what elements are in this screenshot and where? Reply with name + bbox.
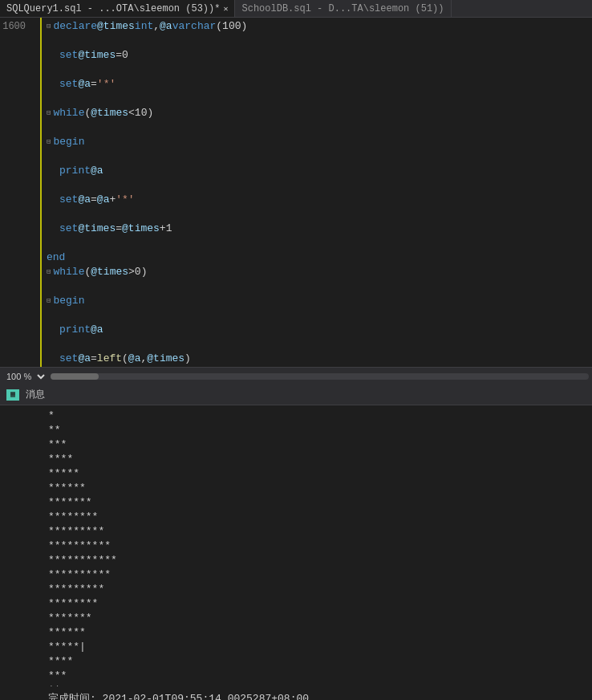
code-line-set-times-inc: set @times=@times+1 bbox=[47, 222, 592, 236]
code-content: ⊟ declare @times int,@a varchar(100) set… bbox=[40, 18, 592, 367]
result-line: ******** bbox=[48, 510, 592, 524]
editor-zoom-select[interactable]: 100 % bbox=[3, 368, 47, 385]
tab-schooldb[interactable]: SchoolDB.sql - D...TA\sleemon (51)) bbox=[235, 0, 451, 17]
fold-begin1[interactable]: ⊟ bbox=[47, 135, 51, 149]
result-line: ********* bbox=[48, 524, 592, 539]
tab-sqlquery1-label: SQLQuery1.sql - ...OTA\sleemon (53))* bbox=[6, 3, 220, 14]
results-tab-label: 消息 bbox=[26, 388, 45, 401]
code-line-while1: ⊟ while (@times<10) bbox=[47, 106, 592, 120]
tab-bar: SQLQuery1.sql - ...OTA\sleemon (53))* ✕ … bbox=[0, 0, 592, 18]
result-line: *********** bbox=[48, 553, 592, 568]
line-num-1600: 1600 bbox=[2, 19, 26, 34]
fold-declare[interactable]: ⊟ bbox=[47, 19, 51, 34]
code-line-empty10 bbox=[47, 308, 592, 323]
code-line-empty9 bbox=[47, 279, 592, 294]
active-line-indicator bbox=[40, 18, 42, 367]
code-line-empty7 bbox=[47, 207, 592, 222]
code-lines-container: ⊟ declare @times int,@a varchar(100) set… bbox=[40, 19, 592, 367]
code-line-empty3 bbox=[47, 92, 592, 106]
code-line-set-a: set @a='*' bbox=[47, 77, 592, 92]
editor-scrollbar-track[interactable] bbox=[51, 373, 589, 380]
result-line: **** bbox=[48, 654, 592, 669]
tab-sqlquery1-close[interactable]: ✕ bbox=[223, 4, 228, 14]
result-line: ******* bbox=[48, 495, 592, 510]
result-line: *** bbox=[48, 438, 592, 452]
code-line-empty1 bbox=[47, 34, 592, 48]
editor-bottom-row: 100 % bbox=[0, 367, 592, 385]
fold-begin2[interactable]: ⊟ bbox=[47, 294, 51, 308]
fold-while1[interactable]: ⊟ bbox=[47, 106, 51, 120]
line-numbers: 1600 bbox=[0, 18, 29, 367]
code-line-end1: end bbox=[47, 250, 592, 265]
tab-schooldb-label: SchoolDB.sql - D...TA\sleemon (51)) bbox=[241, 3, 444, 14]
code-line-empty2 bbox=[47, 63, 592, 77]
result-line: ********** bbox=[48, 539, 592, 553]
results-header: ▦ 消息 bbox=[0, 385, 592, 405]
code-line-set-times: set @times=0 bbox=[47, 48, 592, 63]
result-line: ***** bbox=[48, 466, 592, 481]
editor-scrollbar-thumb bbox=[51, 373, 99, 380]
code-line-print1: print @a bbox=[47, 164, 592, 178]
result-line: ****** bbox=[48, 625, 592, 640]
completion-time: 完成时间: 2021-02-01T09:55:14.0025287+08:00 bbox=[0, 686, 592, 700]
code-line-while2: ⊟ while (@times>0) bbox=[47, 265, 592, 279]
result-line: ******* bbox=[48, 611, 592, 625]
code-line-empty8 bbox=[47, 236, 592, 250]
result-line: *****| bbox=[48, 640, 592, 654]
code-line-declare: ⊟ declare @times int,@a varchar(100) bbox=[47, 19, 592, 34]
code-line-empty5 bbox=[47, 149, 592, 164]
result-line: ********** bbox=[48, 568, 592, 582]
code-line-set-a-left: set @a=left(@a,@times) bbox=[47, 352, 592, 366]
fold-gutter bbox=[29, 18, 40, 367]
code-line-begin2: ⊟ begin bbox=[47, 294, 592, 308]
result-line: ********* bbox=[48, 582, 592, 596]
results-icon: ▦ bbox=[6, 389, 19, 401]
fold-while2[interactable]: ⊟ bbox=[47, 265, 51, 279]
code-line-empty6 bbox=[47, 178, 592, 193]
tab-sqlquery1[interactable]: SQLQuery1.sql - ...OTA\sleemon (53))* ✕ bbox=[0, 0, 235, 17]
result-line: **** bbox=[48, 452, 592, 466]
code-line-set-a-concat: set @a=@a+'*' bbox=[47, 193, 592, 207]
code-line-empty4 bbox=[47, 120, 592, 135]
editor: 1600 ⊟ declare @times int,@a varchar(100… bbox=[0, 18, 592, 367]
code-line-empty12 bbox=[47, 366, 592, 367]
results-body: ****************************************… bbox=[0, 405, 592, 686]
result-line: ******** bbox=[48, 596, 592, 611]
code-line-empty11 bbox=[47, 337, 592, 352]
result-line: *** bbox=[48, 669, 592, 683]
code-line-print2: print @a bbox=[47, 323, 592, 337]
results-panel: ▦ 消息 ***********************************… bbox=[0, 385, 592, 700]
result-line: * bbox=[48, 409, 592, 423]
code-line-begin1: ⊟ begin bbox=[47, 135, 592, 149]
result-line: ** bbox=[48, 423, 592, 438]
result-line: ****** bbox=[48, 481, 592, 495]
